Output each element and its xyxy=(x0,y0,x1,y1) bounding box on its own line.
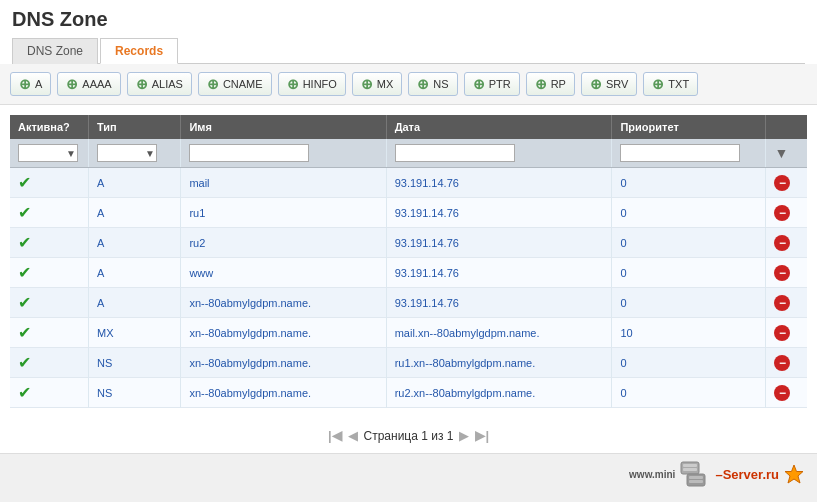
filter-priority-input[interactable] xyxy=(620,144,740,162)
cell-type: A xyxy=(89,168,181,198)
delete-button[interactable]: − xyxy=(774,385,790,401)
data-link[interactable]: ru2.xn--80abmylgdpm.name. xyxy=(395,387,536,399)
add-alias-button[interactable]: ⊕ ALIAS xyxy=(127,72,192,96)
svg-rect-4 xyxy=(689,476,703,479)
cell-active: ✔ xyxy=(10,348,89,378)
last-page-button[interactable]: ▶| xyxy=(475,428,489,443)
type-link[interactable]: A xyxy=(97,267,104,279)
delete-button[interactable]: − xyxy=(774,325,790,341)
cell-active: ✔ xyxy=(10,198,89,228)
type-link[interactable]: A xyxy=(97,177,104,189)
page-container: DNS Zone DNS Zone Records ⊕ A ⊕ AAAA ⊕ A… xyxy=(0,0,817,494)
add-rp-button[interactable]: ⊕ RP xyxy=(526,72,575,96)
add-ns-button[interactable]: ⊕ NS xyxy=(408,72,457,96)
name-link[interactable]: xn--80abmylgdpm.name. xyxy=(189,357,311,369)
table-row: ✔ NS xn--80abmylgdpm.name. ru2.xn--80abm… xyxy=(10,378,807,408)
delete-button[interactable]: − xyxy=(774,235,790,251)
plus-icon: ⊕ xyxy=(207,76,219,92)
filter-name-input[interactable] xyxy=(189,144,309,162)
filter-active-select-wrap[interactable]: Да Нет ▼ xyxy=(18,144,78,162)
col-name: Имя xyxy=(181,115,386,139)
type-link[interactable]: NS xyxy=(97,387,112,399)
table-row: ✔ A www 93.191.14.76 0 − xyxy=(10,258,807,288)
filter-data-input[interactable] xyxy=(395,144,515,162)
cell-type: MX xyxy=(89,318,181,348)
data-link[interactable]: 93.191.14.76 xyxy=(395,177,459,189)
filter-action-cell: ▼ xyxy=(766,139,807,168)
next-page-button[interactable]: ▶ xyxy=(459,428,469,443)
plus-icon: ⊕ xyxy=(652,76,664,92)
priority-value: 0 xyxy=(620,237,626,249)
filter-active-cell: Да Нет ▼ xyxy=(10,139,89,168)
data-link[interactable]: 93.191.14.76 xyxy=(395,237,459,249)
data-link[interactable]: ru1.xn--80abmylgdpm.name. xyxy=(395,357,536,369)
page-footer: www.mini –Server.ru xyxy=(0,453,817,494)
cell-type: A xyxy=(89,288,181,318)
type-link[interactable]: A xyxy=(97,207,104,219)
tab-records[interactable]: Records xyxy=(100,38,178,64)
plus-icon: ⊕ xyxy=(473,76,485,92)
filter-row: Да Нет ▼ A AAAA MX xyxy=(10,139,807,168)
add-hinfo-button[interactable]: ⊕ HINFO xyxy=(278,72,346,96)
cell-type: A xyxy=(89,258,181,288)
plus-icon: ⊕ xyxy=(590,76,602,92)
add-aaaa-button[interactable]: ⊕ AAAA xyxy=(57,72,120,96)
name-link[interactable]: mail xyxy=(189,177,209,189)
brand-label: –Server.ru xyxy=(715,467,779,482)
delete-button[interactable]: − xyxy=(774,355,790,371)
first-page-button[interactable]: |◀ xyxy=(328,428,342,443)
tab-dns-zone[interactable]: DNS Zone xyxy=(12,38,98,64)
cell-name: www xyxy=(181,258,386,288)
data-link[interactable]: 93.191.14.76 xyxy=(395,267,459,279)
name-link[interactable]: xn--80abmylgdpm.name. xyxy=(189,297,311,309)
svg-rect-1 xyxy=(683,464,697,467)
add-cname-button[interactable]: ⊕ CNAME xyxy=(198,72,272,96)
name-link[interactable]: ru1 xyxy=(189,207,205,219)
prev-page-button[interactable]: ◀ xyxy=(348,428,358,443)
delete-button[interactable]: − xyxy=(774,205,790,221)
add-txt-button[interactable]: ⊕ TXT xyxy=(643,72,698,96)
add-a-button[interactable]: ⊕ A xyxy=(10,72,51,96)
table-row: ✔ MX xn--80abmylgdpm.name. mail.xn--80ab… xyxy=(10,318,807,348)
type-link[interactable]: A xyxy=(97,237,104,249)
filter-icon[interactable]: ▼ xyxy=(774,145,788,161)
plus-icon: ⊕ xyxy=(136,76,148,92)
filter-type-select[interactable]: A AAAA MX NS xyxy=(97,144,157,162)
data-link[interactable]: mail.xn--80abmylgdpm.name. xyxy=(395,327,540,339)
add-srv-button[interactable]: ⊕ SRV xyxy=(581,72,637,96)
type-link[interactable]: A xyxy=(97,297,104,309)
delete-button[interactable]: − xyxy=(774,295,790,311)
table-row: ✔ A ru2 93.191.14.76 0 − xyxy=(10,228,807,258)
active-check-icon: ✔ xyxy=(18,294,31,311)
add-ptr-button[interactable]: ⊕ PTR xyxy=(464,72,520,96)
delete-button[interactable]: − xyxy=(774,265,790,281)
type-link[interactable]: NS xyxy=(97,357,112,369)
col-active: Активна? xyxy=(10,115,89,139)
name-link[interactable]: ru2 xyxy=(189,237,205,249)
page-title: DNS Zone xyxy=(12,8,805,31)
cell-actions: − xyxy=(766,198,807,228)
cell-actions: − xyxy=(766,258,807,288)
cell-type: A xyxy=(89,198,181,228)
cell-actions: − xyxy=(766,168,807,198)
cell-data: mail.xn--80abmylgdpm.name. xyxy=(386,318,612,348)
filter-active-select[interactable]: Да Нет xyxy=(18,144,78,162)
cell-name: xn--80abmylgdpm.name. xyxy=(181,318,386,348)
add-mx-button[interactable]: ⊕ MX xyxy=(352,72,403,96)
cell-data: 93.191.14.76 xyxy=(386,198,612,228)
server-icon xyxy=(679,460,711,488)
data-link[interactable]: 93.191.14.76 xyxy=(395,297,459,309)
delete-button[interactable]: − xyxy=(774,175,790,191)
name-link[interactable]: www xyxy=(189,267,213,279)
cell-actions: − xyxy=(766,228,807,258)
cell-data: 93.191.14.76 xyxy=(386,168,612,198)
data-link[interactable]: 93.191.14.76 xyxy=(395,207,459,219)
svg-rect-2 xyxy=(683,468,697,471)
filter-type-select-wrap[interactable]: A AAAA MX NS ▼ xyxy=(97,144,157,162)
plus-icon: ⊕ xyxy=(361,76,373,92)
cell-priority: 0 xyxy=(612,288,766,318)
type-link[interactable]: MX xyxy=(97,327,114,339)
name-link[interactable]: xn--80abmylgdpm.name. xyxy=(189,387,311,399)
name-link[interactable]: xn--80abmylgdpm.name. xyxy=(189,327,311,339)
col-type: Тип xyxy=(89,115,181,139)
